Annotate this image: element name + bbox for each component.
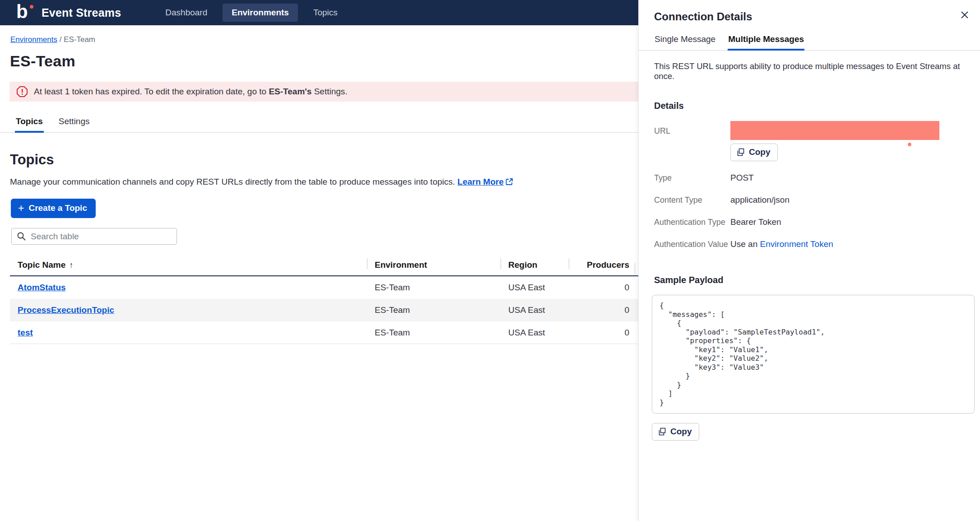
type-label: Type [654, 172, 730, 183]
copy-icon [737, 148, 745, 156]
auth-value-value: Use an Environment Token [730, 238, 980, 250]
boomi-logo[interactable]: b [16, 4, 34, 22]
url-value-redacted [730, 121, 939, 140]
sample-payload-code: { "messages": [ { "payload": "SampleTest… [660, 301, 967, 407]
panel-title: Connection Details [654, 10, 971, 23]
url-label: URL [654, 125, 730, 136]
create-topic-button[interactable]: + Create a Topic [11, 199, 96, 218]
detail-row-auth-value: Authentication Value Use an Environment … [639, 238, 980, 250]
search-icon [17, 232, 26, 243]
table-search [11, 228, 177, 245]
details-heading: Details [654, 101, 965, 111]
auth-type-label: Authentication Type [654, 216, 730, 228]
panel-tabs: Single Message Multiple Messages [639, 34, 980, 51]
auth-type-value: Bearer Token [730, 216, 980, 228]
boomi-logo-dot [30, 5, 33, 9]
connection-details-panel: Connection Details Single Message Multip… [638, 0, 980, 521]
environment-token-link[interactable]: Environment Token [760, 239, 833, 249]
alert-text: At least 1 token has expired. To edit th… [34, 87, 348, 97]
detail-row-type: Type POST [639, 172, 980, 183]
panel-header: Connection Details [639, 0, 980, 23]
panel-description: This REST URL supports ability to produc… [639, 51, 980, 81]
topic-link-atomstatus[interactable]: AtomStatus [18, 283, 66, 292]
cell-producers: 0 [569, 305, 635, 315]
tab-multiple-messages[interactable]: Multiple Messages [728, 34, 804, 50]
tab-settings[interactable]: Settings [58, 116, 91, 132]
sample-payload-box: { "messages": [ { "payload": "SampleTest… [652, 295, 975, 414]
column-header-environment[interactable]: Environment [367, 256, 501, 275]
learn-more-link[interactable]: Learn More [457, 177, 513, 186]
breadcrumb-environments-link[interactable]: Environments [10, 35, 57, 44]
breadcrumb-separator: / [60, 35, 64, 44]
sample-payload-heading: Sample Payload [654, 275, 965, 285]
auth-value-label: Authentication Value [654, 238, 730, 250]
column-header-region[interactable]: Region [501, 256, 569, 275]
detail-row-url: URL [639, 121, 980, 140]
nav-dashboard[interactable]: Dashboard [156, 4, 216, 22]
plus-icon: + [18, 205, 24, 212]
column-header-producers[interactable]: Producers [569, 256, 635, 275]
warning-icon [16, 86, 28, 98]
close-icon[interactable] [959, 10, 971, 22]
redaction-dot [908, 143, 911, 146]
topic-link-test[interactable]: test [18, 328, 33, 337]
detail-row-auth-type: Authentication Type Bearer Token [639, 216, 980, 228]
sort-ascending-icon: ↑ [69, 260, 73, 270]
copy-url-button[interactable]: Copy [730, 144, 778, 161]
copy-payload-button[interactable]: Copy [652, 423, 699, 441]
content-type-value: application/json [730, 194, 980, 205]
breadcrumb-current: ES-Team [64, 35, 95, 44]
cell-environment: ES-Team [367, 328, 501, 338]
cell-producers: 0 [569, 328, 635, 338]
top-nav: Dashboard Environments Topics [156, 4, 347, 22]
nav-topics[interactable]: Topics [304, 4, 347, 22]
nav-environments[interactable]: Environments [223, 4, 298, 22]
type-value: POST [730, 172, 980, 183]
cell-environment: ES-Team [367, 305, 501, 315]
tab-topics[interactable]: Topics [15, 116, 44, 132]
alert-environment-name: ES-Team's [269, 87, 311, 96]
column-header-topic-name[interactable]: Topic Name↑ [10, 256, 367, 275]
topic-link-processexecutiontopic[interactable]: ProcessExecutionTopic [18, 305, 114, 315]
cell-region: USA East [501, 328, 569, 338]
copy-icon [658, 428, 666, 436]
app-title: Event Streams [42, 6, 121, 19]
external-link-icon [506, 178, 513, 188]
detail-row-content-type: Content Type application/json [639, 194, 980, 205]
content-type-label: Content Type [654, 194, 730, 205]
search-input[interactable] [11, 228, 177, 245]
cell-region: USA East [501, 283, 569, 293]
cell-environment: ES-Team [367, 283, 501, 293]
cell-region: USA East [501, 305, 569, 315]
cell-producers: 0 [569, 283, 635, 293]
tab-single-message[interactable]: Single Message [654, 34, 716, 50]
